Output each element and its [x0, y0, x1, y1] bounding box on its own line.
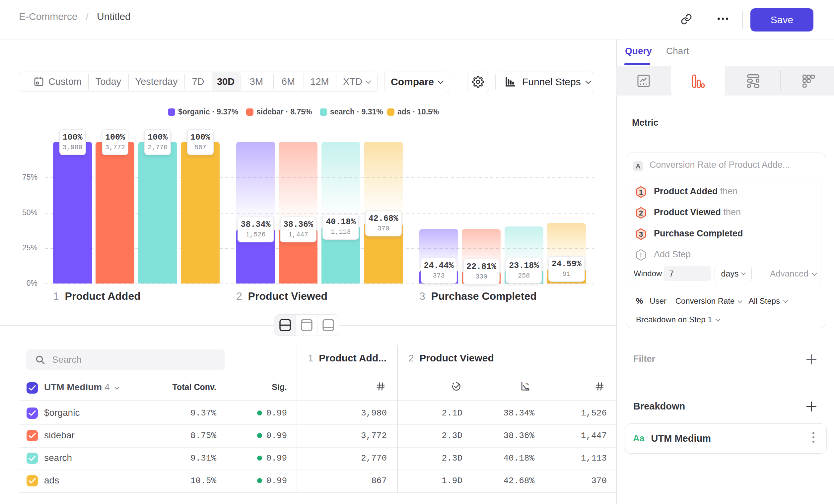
svg-text:%: % [525, 382, 529, 386]
svg-text:3: 3 [639, 230, 643, 238]
svg-text:2: 2 [639, 209, 643, 217]
svg-text:1: 1 [639, 188, 643, 196]
